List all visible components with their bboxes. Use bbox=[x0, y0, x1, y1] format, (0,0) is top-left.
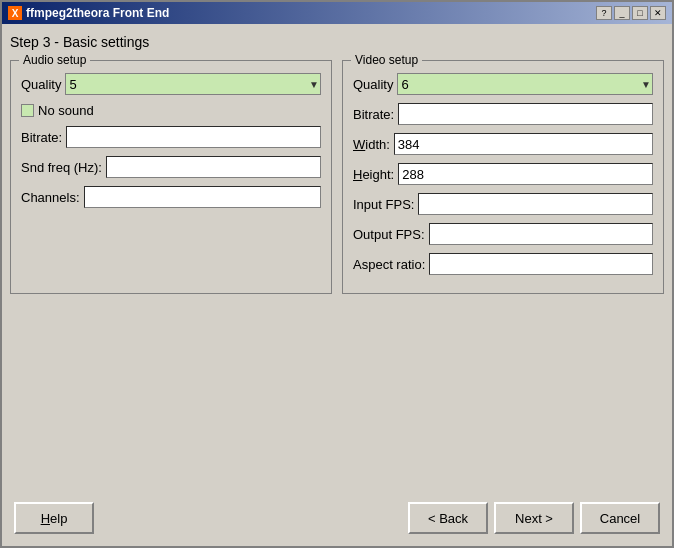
audio-quality-row: Quality 5 ▼ bbox=[21, 73, 321, 95]
video-bitrate-row: Bitrate: bbox=[353, 103, 653, 125]
close-button[interactable]: ✕ bbox=[650, 6, 666, 20]
input-fps-label: Input FPS: bbox=[353, 197, 414, 212]
title-buttons: ? _ □ ✕ bbox=[596, 6, 666, 20]
audio-bitrate-input[interactable] bbox=[66, 126, 321, 148]
no-sound-checkbox[interactable] bbox=[21, 104, 34, 117]
minimize-button[interactable]: _ bbox=[614, 6, 630, 20]
height-row: Height: bbox=[353, 163, 653, 185]
height-input[interactable] bbox=[398, 163, 653, 185]
snd-freq-input[interactable] bbox=[106, 156, 321, 178]
spacer bbox=[10, 302, 664, 488]
main-window: X ffmpeg2theora Front End ? _ □ ✕ Step 3… bbox=[0, 0, 674, 548]
channels-input[interactable] bbox=[84, 186, 321, 208]
video-bitrate-label: Bitrate: bbox=[353, 107, 394, 122]
window-body: Step 3 - Basic settings Audio setup Qual… bbox=[2, 24, 672, 546]
footer: Help < Back Next > Cancel bbox=[10, 496, 664, 538]
next-button[interactable]: Next > bbox=[494, 502, 574, 534]
output-fps-input[interactable] bbox=[429, 223, 653, 245]
width-label: Width: bbox=[353, 137, 390, 152]
video-setup-panel: Video setup Quality 6 ▼ Bitrate: bbox=[342, 60, 664, 294]
channels-row: Channels: bbox=[21, 186, 321, 208]
audio-quality-select[interactable]: 5 bbox=[65, 73, 321, 95]
video-quality-row: Quality 6 ▼ bbox=[353, 73, 653, 95]
snd-freq-label: Snd freq (Hz): bbox=[21, 160, 102, 175]
help-title-button[interactable]: ? bbox=[596, 6, 612, 20]
aspect-ratio-label: Aspect ratio: bbox=[353, 257, 425, 272]
output-fps-label: Output FPS: bbox=[353, 227, 425, 242]
back-button-label: < Back bbox=[428, 511, 468, 526]
no-sound-label: No sound bbox=[38, 103, 94, 118]
width-row: Width: bbox=[353, 133, 653, 155]
height-label: Height: bbox=[353, 167, 394, 182]
audio-setup-legend: Audio setup bbox=[19, 53, 90, 67]
title-bar: X ffmpeg2theora Front End ? _ □ ✕ bbox=[2, 2, 672, 24]
channels-label: Channels: bbox=[21, 190, 80, 205]
audio-quality-select-wrapper[interactable]: 5 ▼ bbox=[65, 73, 321, 95]
no-sound-row: No sound bbox=[21, 103, 321, 118]
video-bitrate-input[interactable] bbox=[398, 103, 653, 125]
help-button[interactable]: Help bbox=[14, 502, 94, 534]
app-icon: X bbox=[8, 6, 22, 20]
aspect-ratio-row: Aspect ratio: bbox=[353, 253, 653, 275]
video-quality-label: Quality bbox=[353, 77, 393, 92]
snd-freq-row: Snd freq (Hz): bbox=[21, 156, 321, 178]
input-fps-input[interactable] bbox=[418, 193, 653, 215]
back-button[interactable]: < Back bbox=[408, 502, 488, 534]
next-button-label: Next > bbox=[515, 511, 553, 526]
audio-quality-label: Quality bbox=[21, 77, 61, 92]
panels-row: Audio setup Quality 5 ▼ No sound bbox=[10, 60, 664, 294]
width-input[interactable] bbox=[394, 133, 653, 155]
help-button-label: Help bbox=[41, 511, 68, 526]
maximize-button[interactable]: □ bbox=[632, 6, 648, 20]
video-setup-legend: Video setup bbox=[351, 53, 422, 67]
cancel-button[interactable]: Cancel bbox=[580, 502, 660, 534]
aspect-ratio-input[interactable] bbox=[429, 253, 653, 275]
title-bar-left: X ffmpeg2theora Front End bbox=[8, 6, 169, 20]
footer-right: < Back Next > Cancel bbox=[408, 502, 660, 534]
audio-bitrate-label: Bitrate: bbox=[21, 130, 62, 145]
audio-setup-panel: Audio setup Quality 5 ▼ No sound bbox=[10, 60, 332, 294]
window-title: ffmpeg2theora Front End bbox=[26, 6, 169, 20]
input-fps-row: Input FPS: bbox=[353, 193, 653, 215]
audio-bitrate-row: Bitrate: bbox=[21, 126, 321, 148]
video-quality-select-wrapper[interactable]: 6 ▼ bbox=[397, 73, 653, 95]
video-quality-select[interactable]: 6 bbox=[397, 73, 653, 95]
output-fps-row: Output FPS: bbox=[353, 223, 653, 245]
cancel-button-label: Cancel bbox=[600, 511, 640, 526]
step-title: Step 3 - Basic settings bbox=[10, 32, 664, 52]
